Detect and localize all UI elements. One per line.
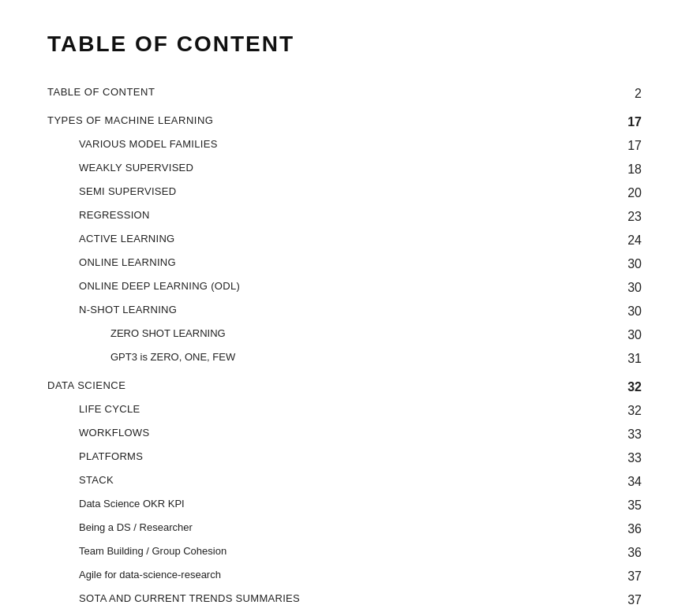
toc-label: ONLINE LEARNING [47, 252, 552, 276]
toc-row: ONLINE DEEP LEARNING (ODL)30 [47, 276, 642, 300]
toc-row: PLATFORMS33 [47, 446, 642, 470]
toc-row: N-SHOT LEARNING30 [47, 300, 642, 323]
toc-page: 17 [552, 134, 642, 158]
toc-row: STACK34 [47, 470, 642, 494]
toc-row: TABLE OF CONTENT2 [47, 82, 642, 106]
toc-page: 2 [552, 82, 642, 106]
toc-page: 18 [552, 158, 642, 181]
toc-page: 20 [552, 181, 642, 205]
toc-row: ONLINE LEARNING30 [47, 252, 642, 276]
toc-page: 23 [552, 205, 642, 229]
toc-page: 36 [552, 517, 642, 541]
toc-row: Building Data/DS teams37 [47, 612, 642, 616]
toc-page: 30 [552, 300, 642, 323]
toc-page: 30 [552, 323, 642, 347]
toc-label: WORKFLOWS [47, 423, 552, 446]
toc-page: 24 [552, 229, 642, 252]
toc-page: 36 [552, 541, 642, 565]
toc-row: Team Building / Group Cohesion36 [47, 541, 642, 565]
toc-table: TABLE OF CONTENT2TYPES OF MACHINE LEARNI… [47, 82, 642, 616]
toc-page: 32 [552, 399, 642, 423]
toc-row: SOTA AND CURRENT TRENDS SUMMARIES37 [47, 588, 642, 612]
toc-row: WORKFLOWS33 [47, 423, 642, 446]
toc-row: Data Science OKR KPI35 [47, 494, 642, 517]
toc-row: GPT3 is ZERO, ONE, FEW31 [47, 347, 642, 371]
toc-label: ACTIVE LEARNING [47, 229, 552, 252]
toc-label: REGRESSION [47, 205, 552, 229]
toc-page: 33 [552, 423, 642, 446]
toc-label: Data Science OKR KPI [47, 494, 552, 517]
toc-page: 17 [552, 110, 642, 134]
toc-label: PLATFORMS [47, 446, 552, 470]
page-title: TABLE OF CONTENT [47, 32, 642, 57]
toc-page: 34 [552, 470, 642, 494]
toc-row: Agile for data-science-research37 [47, 565, 642, 588]
toc-row: WEAKLY SUPERVISED18 [47, 158, 642, 181]
toc-page: 30 [552, 252, 642, 276]
toc-label: SEMI SUPERVISED [47, 181, 552, 205]
toc-page: 37 [552, 565, 642, 588]
toc-label: VARIOUS MODEL FAMILIES [47, 134, 552, 158]
toc-row: TYPES OF MACHINE LEARNING17 [47, 110, 642, 134]
toc-row: REGRESSION23 [47, 205, 642, 229]
toc-label: Agile for data-science-research [47, 565, 552, 588]
toc-row: DATA SCIENCE32 [47, 375, 642, 399]
toc-page: 31 [552, 347, 642, 371]
toc-label: WEAKLY SUPERVISED [47, 158, 552, 181]
toc-page: 32 [552, 375, 642, 399]
toc-row: LIFE CYCLE32 [47, 399, 642, 423]
toc-label: ONLINE DEEP LEARNING (ODL) [47, 276, 552, 300]
toc-page: 35 [552, 494, 642, 517]
toc-page: 33 [552, 446, 642, 470]
toc-label: Being a DS / Researcher [47, 517, 552, 541]
toc-label: Team Building / Group Cohesion [47, 541, 552, 565]
toc-label: Building Data/DS teams [47, 612, 552, 616]
toc-label: DATA SCIENCE [47, 375, 552, 399]
toc-label: TABLE OF CONTENT [47, 82, 552, 106]
toc-label: GPT3 is ZERO, ONE, FEW [47, 347, 552, 371]
toc-page: 37 [552, 588, 642, 612]
toc-label: N-SHOT LEARNING [47, 300, 552, 323]
toc-row: ZERO SHOT LEARNING30 [47, 323, 642, 347]
toc-row: SEMI SUPERVISED20 [47, 181, 642, 205]
toc-row: Being a DS / Researcher36 [47, 517, 642, 541]
toc-label: LIFE CYCLE [47, 399, 552, 423]
toc-label: TYPES OF MACHINE LEARNING [47, 110, 552, 134]
toc-page: 37 [552, 612, 642, 616]
toc-label: STACK [47, 470, 552, 494]
toc-row: VARIOUS MODEL FAMILIES17 [47, 134, 642, 158]
toc-row: ACTIVE LEARNING24 [47, 229, 642, 252]
toc-label: ZERO SHOT LEARNING [47, 323, 552, 347]
toc-page: 30 [552, 276, 642, 300]
toc-label: SOTA AND CURRENT TRENDS SUMMARIES [47, 588, 552, 612]
